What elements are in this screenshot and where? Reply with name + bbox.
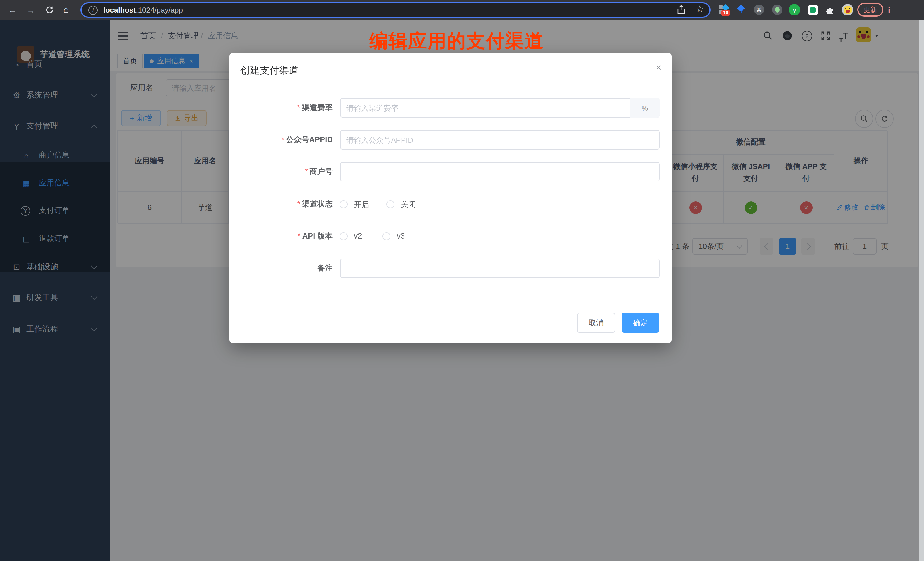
merchant-no-input[interactable] bbox=[340, 162, 660, 182]
extensions-puzzle-icon[interactable] bbox=[824, 3, 836, 16]
browser-toolbar: ← → ⌂ i localhost:1024/pay/app ☆ 10 ⌘ bbox=[0, 0, 924, 20]
field-label-api-version: *API 版本 bbox=[235, 231, 333, 242]
field-label-remark: 备注 bbox=[235, 263, 333, 273]
extension-command-icon[interactable]: ⌘ bbox=[753, 3, 765, 16]
scrollbar[interactable] bbox=[920, 20, 924, 561]
url-text: localhost:1024/pay/app bbox=[103, 6, 183, 14]
remark-input[interactable] bbox=[340, 258, 660, 278]
cancel-button[interactable]: 取消 bbox=[577, 313, 615, 333]
channel-rate-field: % bbox=[340, 98, 660, 118]
site-info-icon[interactable]: i bbox=[88, 5, 98, 15]
browser-menu-icon[interactable]: ⋮ bbox=[885, 3, 893, 16]
close-icon[interactable]: × bbox=[656, 62, 662, 74]
screen: ← → ⌂ i localhost:1024/pay/app ☆ 10 ⌘ bbox=[0, 0, 924, 561]
radio-label-v2[interactable]: v2 bbox=[354, 232, 362, 240]
address-bar[interactable]: i localhost:1024/pay/app bbox=[81, 2, 711, 18]
radio-status-open[interactable] bbox=[340, 200, 348, 208]
browser-reload-icon[interactable] bbox=[42, 3, 56, 16]
extension-badge: 10 bbox=[722, 10, 730, 16]
extension-grid-icon[interactable]: 10 bbox=[717, 3, 729, 16]
field-label-appid: *公众号APPID bbox=[235, 135, 333, 145]
field-label-channel-status: *渠道状态 bbox=[235, 199, 333, 210]
browser-home-icon[interactable]: ⌂ bbox=[59, 3, 73, 16]
annotation-text: 编辑应用的支付渠道 bbox=[308, 28, 605, 54]
browser-forward-icon[interactable]: → bbox=[24, 3, 38, 16]
radio-label-open[interactable]: 开启 bbox=[354, 200, 369, 210]
extension-dot-icon[interactable] bbox=[771, 3, 784, 16]
radio-api-v3[interactable] bbox=[382, 232, 390, 240]
bookmark-star-icon[interactable]: ☆ bbox=[696, 3, 704, 14]
percent-suffix: % bbox=[630, 98, 660, 118]
create-payment-channel-dialog: 创建支付渠道 × *渠道费率 % *公众号APPID *商户号 *渠道状态 开启… bbox=[230, 53, 672, 343]
browser-back-icon[interactable]: ← bbox=[6, 3, 20, 16]
extension-y-icon[interactable]: y bbox=[788, 3, 801, 16]
radio-label-v3[interactable]: v3 bbox=[397, 232, 405, 240]
radio-status-closed[interactable] bbox=[386, 200, 394, 208]
radio-api-v2[interactable] bbox=[340, 232, 348, 240]
extension-kite-icon[interactable] bbox=[735, 3, 747, 16]
share-icon[interactable] bbox=[677, 5, 686, 14]
extension-emoji-avatar[interactable] bbox=[841, 3, 854, 16]
radio-label-closed[interactable]: 关闭 bbox=[400, 200, 416, 210]
appid-input[interactable] bbox=[340, 130, 660, 150]
browser-update-button[interactable]: 更新 bbox=[857, 3, 884, 16]
field-label-channel-rate: *渠道费率 bbox=[235, 103, 333, 113]
channel-rate-input[interactable] bbox=[340, 98, 660, 118]
field-label-merchant-no: *商户号 bbox=[235, 166, 333, 177]
extension-chat-icon[interactable] bbox=[806, 3, 819, 16]
dialog-title: 创建支付渠道 bbox=[240, 64, 298, 77]
confirm-button[interactable]: 确定 bbox=[621, 313, 659, 333]
